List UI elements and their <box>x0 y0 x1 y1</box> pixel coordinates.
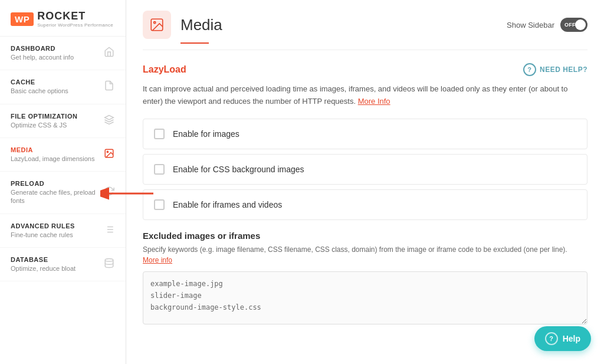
page-header: Media Show Sidebar OFF <box>126 0 604 39</box>
enable-css-bg-checkbox[interactable] <box>154 164 165 175</box>
preload-icon <box>103 186 115 199</box>
excluded-description: Specify keywords (e.g. image filename, C… <box>143 244 587 265</box>
enable-iframes-checkbox[interactable] <box>154 199 165 210</box>
layers-icon <box>103 114 115 127</box>
show-sidebar-label: Show Sidebar <box>507 21 554 29</box>
excluded-title: Excluded images or iframes <box>143 231 587 241</box>
enable-images-checkbox[interactable] <box>154 129 165 139</box>
logo-name: ROCKET <box>37 11 113 21</box>
rules-icon <box>103 224 115 237</box>
sidebar-item-cache[interactable]: CACHE Basic cache options <box>0 70 126 104</box>
sidebar-item-dashboard[interactable]: DASHBOARD Get help, account info <box>0 37 126 70</box>
need-help-icon: ? <box>523 63 536 76</box>
page-title-area: Media <box>143 11 222 39</box>
content-body: LazyLoad ? NEED HELP? It can improve act… <box>126 50 604 340</box>
page-icon <box>143 11 171 39</box>
sidebar: WP ROCKET Superior WordPress Performance… <box>0 0 126 364</box>
show-sidebar-area: Show Sidebar OFF <box>507 18 587 32</box>
toggle-knob <box>575 19 586 30</box>
toggle-label: OFF <box>564 22 576 28</box>
svg-marker-0 <box>105 115 114 120</box>
logo-wp-badge: WP <box>11 12 34 26</box>
sidebar-item-media-title: MEDIA <box>11 146 103 153</box>
media-icon <box>103 148 115 161</box>
enable-css-bg-label: Enable for CSS background images <box>173 165 304 174</box>
sidebar-item-database[interactable]: DATABASE Optimize, reduce bloat <box>0 248 126 281</box>
excluded-more-info-link[interactable]: More info <box>143 256 172 264</box>
enable-iframes-label: Enable for iframes and videos <box>173 200 282 209</box>
excluded-section: Excluded images or iframes Specify keywo… <box>143 231 587 327</box>
excluded-textarea[interactable]: example-image.jpg slider-image backgroun… <box>143 271 587 324</box>
help-fab-icon: ? <box>545 332 558 345</box>
sidebar-item-dashboard-subtitle: Get help, account info <box>11 53 103 61</box>
page-title: Media <box>180 16 222 34</box>
help-fab-button[interactable]: ? Help <box>534 326 591 351</box>
sidebar-item-file-optimization[interactable]: FILE OPTIMIZATION Optimize CSS & JS <box>0 104 126 138</box>
option-row-iframes: Enable for iframes and videos <box>143 189 587 220</box>
lazyload-description: It can improve actual and perceived load… <box>143 83 587 108</box>
logo-area: WP ROCKET Superior WordPress Performance <box>0 0 126 37</box>
sidebar-item-cache-title: CACHE <box>11 78 103 86</box>
sidebar-item-dashboard-title: DASHBOARD <box>11 45 103 52</box>
logo: WP ROCKET Superior WordPress Performance <box>11 11 115 28</box>
sidebar-item-media-subtitle: LazyLoad, image dimensions <box>11 155 103 163</box>
logo-tagline: Superior WordPress Performance <box>37 22 113 28</box>
home-icon <box>103 47 115 60</box>
option-row-css-bg: Enable for CSS background images <box>143 154 587 185</box>
sidebar-item-db-subtitle: Optimize, reduce bloat <box>11 264 103 273</box>
need-help-label: NEED HELP? <box>540 65 587 74</box>
sidebar-item-cache-subtitle: Basic cache options <box>11 87 103 95</box>
database-icon <box>103 258 115 271</box>
main-content: Media Show Sidebar OFF LazyLoad ? NEED H… <box>126 0 604 364</box>
need-help-button[interactable]: ? NEED HELP? <box>523 63 587 76</box>
help-fab-label: Help <box>563 334 580 343</box>
sidebar-item-preload[interactable]: PRELOAD Generate cache files, preload fo… <box>0 172 126 214</box>
sidebar-item-advanced-rules[interactable]: ADVANCED RULES Fine-tune cache rules <box>0 214 126 248</box>
logo-rocket-text: ROCKET Superior WordPress Performance <box>37 11 113 28</box>
cache-icon <box>103 80 115 93</box>
sidebar-item-preload-title: PRELOAD <box>11 180 103 187</box>
sidebar-item-file-opt-subtitle: Optimize CSS & JS <box>11 121 103 129</box>
lazyload-section-header: LazyLoad ? NEED HELP? <box>143 63 587 76</box>
svg-point-9 <box>105 259 113 262</box>
header-underline <box>180 42 209 44</box>
sidebar-toggle[interactable]: OFF <box>560 18 587 32</box>
sidebar-item-adv-title: ADVANCED RULES <box>11 222 103 229</box>
lazyload-title: LazyLoad <box>143 64 186 75</box>
sidebar-item-db-title: DATABASE <box>11 256 103 263</box>
more-info-link[interactable]: More Info <box>358 97 390 106</box>
sidebar-item-media[interactable]: MEDIA LazyLoad, image dimensions <box>0 138 126 172</box>
svg-point-2 <box>107 151 108 152</box>
enable-images-label: Enable for images <box>173 129 239 139</box>
sidebar-item-preload-subtitle: Generate cache files, preload fonts <box>11 188 103 205</box>
sidebar-item-file-opt-title: FILE OPTIMIZATION <box>11 113 103 120</box>
sidebar-item-adv-subtitle: Fine-tune cache rules <box>11 231 103 239</box>
option-row-images: Enable for images <box>143 119 587 149</box>
svg-point-12 <box>154 22 156 24</box>
